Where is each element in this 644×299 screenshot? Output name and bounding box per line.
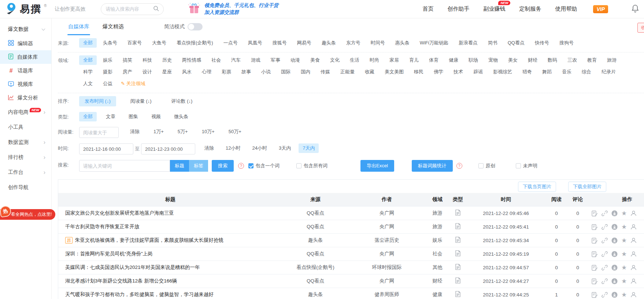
download-all-images-button[interactable]: 下载全部图片 bbox=[568, 182, 606, 192]
domain-option[interactable]: 纪录片 bbox=[597, 67, 620, 77]
link-icon[interactable] bbox=[602, 278, 608, 284]
reads-option[interactable]: 5万+ bbox=[174, 127, 192, 136]
source-option[interactable]: 搜狗号 bbox=[555, 38, 578, 48]
domain-option[interactable]: 健康 bbox=[445, 55, 462, 65]
article-title-link[interactable]: 原 天气暖和孩子学习都有动力，多吃健脑菜，健脑益智，学习越来越好 bbox=[58, 291, 282, 298]
bell-icon[interactable] bbox=[632, 4, 639, 14]
type-option[interactable]: 文章 bbox=[102, 112, 119, 121]
source-option[interactable]: 网易号 bbox=[293, 38, 315, 48]
time-from-input[interactable] bbox=[79, 143, 133, 154]
star-icon[interactable]: ★ bbox=[621, 210, 627, 216]
article-title-link[interactable]: 原 深圳：首推网约车党员司机“亮身份”上岗 bbox=[58, 251, 282, 257]
domain-option[interactable]: 技术 bbox=[449, 67, 467, 77]
author-follow-icon[interactable] bbox=[630, 237, 637, 244]
type-option[interactable]: 全部 bbox=[79, 112, 97, 121]
sidebar-section[interactable]: 创作导航 bbox=[0, 180, 51, 195]
domain-option[interactable]: 传媒 bbox=[317, 67, 334, 77]
nav-item[interactable]: 副业赚钱NEW bbox=[483, 6, 505, 12]
domain-option[interactable]: 游戏 bbox=[247, 55, 264, 65]
undeclared-checkbox[interactable]: 未声明 bbox=[516, 163, 537, 169]
collapse-tag[interactable]: 收 bbox=[637, 23, 644, 33]
type-option[interactable]: 视频 bbox=[147, 112, 165, 121]
link-icon[interactable] bbox=[602, 251, 608, 257]
source-option[interactable]: 简书 bbox=[484, 38, 501, 48]
domain-option[interactable]: 教育 bbox=[583, 55, 601, 65]
domain-option[interactable]: 人文 bbox=[79, 79, 97, 88]
sidebar-item-media-library[interactable]: 自媒体库 bbox=[0, 50, 51, 64]
simple-mode-toggle[interactable] bbox=[188, 23, 203, 30]
domain-option[interactable]: 搞笑 bbox=[119, 55, 136, 65]
download-circle-icon[interactable] bbox=[611, 278, 618, 284]
domain-option[interactable]: 星座 bbox=[158, 67, 176, 77]
source-option[interactable]: WiFi万能钥匙 bbox=[416, 38, 452, 48]
star-icon[interactable]: ★ bbox=[621, 237, 627, 244]
type-option[interactable]: 微头条 bbox=[170, 112, 192, 121]
author-follow-icon[interactable] bbox=[630, 224, 637, 230]
nav-item[interactable]: 使用帮助 bbox=[555, 6, 577, 12]
domain-option[interactable]: 汽车 bbox=[227, 55, 245, 65]
search-button[interactable]: 搜索 bbox=[212, 160, 234, 172]
article-title-link[interactable]: 原 美媒民调：七成美国选民认为2021年对美国来说是糟糕的一年 bbox=[58, 264, 282, 271]
source-option[interactable]: QQ看点 bbox=[504, 38, 529, 48]
domain-option[interactable]: 育儿 bbox=[405, 55, 423, 65]
domain-option[interactable]: 摄影 bbox=[99, 67, 116, 77]
domain-option[interactable]: 文化 bbox=[326, 55, 344, 65]
article-title-link[interactable]: 原 千年古刹灵隐寺有序恢复正常开放 bbox=[58, 223, 282, 230]
detect-edit-icon[interactable] bbox=[592, 237, 598, 244]
export-excel-button[interactable]: 导出Excel bbox=[360, 160, 394, 172]
detect-edit-icon[interactable] bbox=[592, 292, 598, 298]
sidebar-section[interactable]: 工作台 › bbox=[0, 165, 51, 180]
domain-option[interactable]: 佛学 bbox=[430, 67, 447, 77]
article-title-link[interactable]: 原 湖北孝感计划3年新辟公交线路12条 新增公交166辆 bbox=[58, 278, 282, 284]
reads-threshold-input[interactable] bbox=[79, 127, 119, 138]
domain-option[interactable]: 两性情感 bbox=[178, 55, 205, 65]
logo[interactable]: 易撰 ® bbox=[6, 2, 47, 16]
nav-item[interactable]: 首页 bbox=[422, 6, 433, 12]
detect-edit-icon[interactable] bbox=[592, 224, 598, 230]
author-follow-icon[interactable] bbox=[630, 265, 637, 271]
source-option[interactable]: 惠头条 bbox=[391, 38, 414, 48]
domain-option[interactable]: 国际 bbox=[277, 67, 295, 77]
nav-item[interactable]: 创作助手 bbox=[447, 6, 469, 12]
type-option[interactable]: 图集 bbox=[125, 112, 142, 121]
keyword-input[interactable] bbox=[79, 160, 170, 172]
link-icon[interactable] bbox=[602, 224, 608, 230]
sidebar-section[interactable]: 内容电商 NEW › bbox=[0, 105, 51, 120]
author-follow-icon[interactable] bbox=[630, 278, 637, 284]
domain-option[interactable]: 公益 bbox=[99, 79, 116, 88]
domain-option[interactable]: 房产 bbox=[119, 67, 136, 77]
source-option[interactable]: 搜狐号 bbox=[269, 38, 291, 48]
author-follow-icon[interactable] bbox=[630, 251, 637, 257]
domain-option[interactable]: 猎奇 bbox=[518, 67, 536, 77]
download-circle-icon[interactable] bbox=[611, 224, 618, 230]
domain-option[interactable]: 体育 bbox=[425, 55, 443, 65]
time-to-input[interactable] bbox=[141, 143, 195, 154]
domain-option[interactable]: 彩票 bbox=[218, 67, 235, 77]
domain-option[interactable]: 生活 bbox=[346, 55, 363, 65]
domain-option[interactable]: 小说 bbox=[257, 67, 275, 77]
sidebar-section[interactable]: 小工具 bbox=[0, 120, 51, 135]
download-circle-icon[interactable] bbox=[611, 251, 618, 257]
source-option[interactable]: 时间号 bbox=[367, 38, 389, 48]
domain-option[interactable]: 三农 bbox=[563, 55, 581, 65]
download-page-images-button[interactable]: 下载当页图片 bbox=[518, 182, 556, 192]
domain-option[interactable]: 军事 bbox=[267, 55, 284, 65]
sidebar-section[interactable]: 数据监测 › bbox=[0, 135, 51, 150]
source-option[interactable]: 一点号 bbox=[219, 38, 242, 48]
star-icon[interactable]: ★ bbox=[621, 224, 627, 230]
download-circle-icon[interactable] bbox=[611, 292, 618, 298]
follow-domain-link[interactable]: ✎ 关注领域 bbox=[119, 79, 148, 88]
detect-edit-icon[interactable] bbox=[592, 251, 598, 257]
link-icon[interactable] bbox=[602, 210, 608, 216]
author-follow-icon[interactable] bbox=[630, 292, 637, 298]
link-icon[interactable] bbox=[602, 265, 608, 271]
sidebar-item-video-library[interactable]: 视频库 bbox=[0, 77, 51, 91]
detect-edit-icon[interactable] bbox=[592, 278, 598, 284]
domain-option[interactable]: 娱乐 bbox=[99, 55, 116, 65]
domain-option[interactable]: 宠物 bbox=[484, 55, 502, 65]
tab-featured[interactable]: 爆文精选 bbox=[103, 23, 124, 31]
contain-all-words-checkbox[interactable]: 包含所有词 bbox=[296, 163, 327, 169]
domain-option[interactable]: 收藏 bbox=[361, 67, 378, 77]
domain-option[interactable]: 故事 bbox=[237, 67, 255, 77]
reads-option[interactable]: 10万+ bbox=[198, 127, 219, 136]
